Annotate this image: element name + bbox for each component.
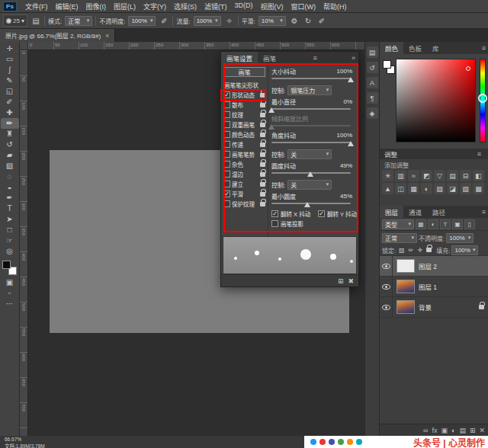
min-roundness-slider[interactable] — [271, 200, 351, 208]
smoothing-select[interactable]: 10% ▾ — [258, 16, 286, 26]
layer-filter-select[interactable]: 类型 ▾ — [382, 219, 414, 229]
layer-opacity-select[interactable]: 100% ▾ — [446, 233, 474, 243]
lock-icon[interactable] — [260, 192, 265, 197]
layer-row-2[interactable]: 背景 — [380, 297, 488, 318]
vibrance-icon[interactable]: ▽ — [434, 170, 445, 181]
lasso-tool[interactable]: ∫ — [1, 65, 19, 75]
lock-icon[interactable] — [260, 162, 265, 167]
move-tool[interactable]: ✛ — [1, 43, 19, 54]
lock-icon[interactable] — [260, 113, 265, 117]
color-lookup-icon[interactable]: ▦ — [408, 183, 419, 194]
opacity-select[interactable]: 100% ▾ — [128, 16, 156, 26]
tab-color-panel-2[interactable]: 库 — [427, 42, 445, 54]
menu-item-10[interactable]: 帮助(H) — [319, 2, 351, 11]
hue-slider-marker[interactable] — [478, 94, 487, 103]
roundness-jitter-slider[interactable] — [271, 170, 351, 178]
collapsed-properties-panel-icon[interactable]: ▤ — [367, 46, 378, 58]
lock-icon[interactable] — [260, 152, 265, 157]
levels-icon[interactable]: ▥ — [395, 170, 406, 181]
foreground-color-swatch[interactable] — [2, 261, 11, 269]
eyedropper-tool[interactable]: ✐ — [1, 97, 19, 107]
brush-projection-checkbox[interactable] — [271, 220, 278, 227]
visibility-toggle[interactable] — [380, 256, 393, 276]
visibility-toggle[interactable] — [380, 297, 393, 317]
curves-icon[interactable]: ≈ — [408, 170, 419, 181]
tab-brush-panel-1[interactable]: 画笔 — [258, 52, 281, 64]
hue-saturation-icon[interactable]: ▤ — [447, 170, 458, 181]
menu-item-8[interactable]: 视图(V) — [257, 2, 287, 11]
type-tool[interactable]: T — [1, 203, 19, 214]
zoom-level[interactable]: 66.67% — [5, 437, 21, 442]
pressure-size-icon[interactable]: ✐ — [316, 17, 327, 25]
visibility-toggle[interactable] — [380, 277, 393, 296]
layer-fill-select[interactable]: 100% ▾ — [451, 245, 478, 255]
rectangle-tool[interactable]: □ — [1, 225, 19, 235]
brushes-button[interactable]: 画笔 — [223, 67, 265, 77]
checkbox-icon[interactable] — [223, 91, 230, 98]
zoom-tool[interactable]: ◎ — [1, 246, 19, 257]
airbrush-icon[interactable]: ✧ — [224, 17, 235, 25]
checkbox-icon[interactable] — [223, 131, 230, 138]
tab-layers-panel-2[interactable]: 路径 — [427, 206, 451, 218]
size-jitter-slider[interactable] — [271, 75, 351, 83]
lock-icon[interactable] — [260, 172, 265, 177]
rectangular-marquee-tool[interactable]: ▭ — [1, 54, 19, 65]
lock-icon[interactable] — [260, 142, 265, 147]
brush-option-8[interactable]: 湿边 — [222, 169, 267, 179]
layer-thumbnail[interactable] — [396, 259, 415, 273]
filter-adjustment-layers-icon[interactable]: ◐ — [428, 219, 438, 229]
smoothing-options-gear-icon[interactable]: ⚙ — [289, 17, 300, 25]
invert-icon[interactable]: ◐ — [421, 183, 432, 194]
brush-option-5[interactable]: 传递 — [222, 139, 267, 149]
lock-image-pixels-icon[interactable]: ✏ — [406, 247, 415, 254]
tab-layers-panel-0[interactable]: 图层 — [380, 206, 403, 218]
dodge-tool[interactable]: ◒ — [1, 182, 19, 193]
panel-menu-icon[interactable]: ≡ — [313, 54, 316, 62]
lock-icon[interactable] — [260, 93, 265, 98]
delete-brush-icon[interactable]: ✖ — [348, 277, 354, 285]
layer-thumbnail[interactable] — [396, 280, 415, 293]
channel-mixer-icon[interactable]: ◫ — [395, 183, 406, 194]
collapsed-history-panel-icon[interactable]: ↺ — [367, 62, 378, 73]
new-layer-icon[interactable]: ⊞ — [470, 427, 476, 434]
quick-selection-tool[interactable]: ✎ — [1, 75, 19, 86]
filter-pixel-layers-icon[interactable]: ▦ — [416, 219, 426, 229]
foreground-color-swatch-small[interactable] — [383, 60, 391, 69]
color-field-marker[interactable] — [466, 66, 470, 71]
lock-icon[interactable] — [260, 123, 265, 127]
flip-x-checkbox[interactable] — [271, 210, 278, 217]
lock-all-icon[interactable] — [426, 248, 432, 252]
tab-brush-panel-0[interactable]: 画笔设置 — [221, 52, 258, 64]
black-white-icon[interactable]: ◧ — [473, 170, 484, 181]
brush-tool[interactable]: ✏ — [1, 118, 19, 129]
checkbox-icon[interactable] — [223, 181, 230, 187]
adjustment-layer-icon[interactable]: ◐ — [451, 427, 455, 434]
menu-item-2[interactable]: 图像(I) — [82, 2, 111, 11]
brush-option-9[interactable]: 建立 — [222, 179, 267, 189]
posterize-icon[interactable]: ▨ — [434, 183, 445, 194]
menu-item-1[interactable]: 编辑(E) — [52, 2, 82, 11]
crop-tool[interactable]: ◱ — [1, 86, 19, 97]
angle-control-select[interactable]: 关 ▾ — [287, 149, 332, 159]
delete-layer-icon[interactable]: ✕ — [479, 427, 485, 434]
angle-jitter-slider[interactable] — [271, 139, 351, 147]
brush-option-3[interactable]: 双重画笔 — [222, 120, 267, 130]
layer-row-0[interactable]: 图层 2 — [380, 256, 488, 277]
checkbox-icon[interactable] — [223, 161, 230, 168]
document-tab[interactable]: 原片.jpg @ 66.7%(图层 2, RGB/8#) × — [0, 29, 115, 42]
threshold-icon[interactable]: ◪ — [447, 183, 458, 194]
menu-item-7[interactable]: 3D(D) — [231, 2, 257, 11]
exposure-icon[interactable]: ◩ — [421, 170, 432, 181]
saturation-brightness-field[interactable] — [396, 59, 476, 142]
checkbox-icon[interactable] — [223, 111, 230, 118]
layer-group-icon[interactable]: ▤ — [459, 427, 466, 434]
menu-item-4[interactable]: 文字(Y) — [140, 2, 170, 11]
filter-smart-objects-icon[interactable]: ▯ — [464, 219, 475, 229]
menu-item-9[interactable]: 窗口(W) — [287, 2, 320, 11]
brush-preset-picker[interactable]: 25 ▾ — [3, 14, 27, 27]
min-diameter-slider[interactable] — [271, 106, 351, 114]
tab-color-panel-0[interactable]: 颜色 — [380, 42, 403, 54]
brush-option-1[interactable]: 散布 — [222, 100, 267, 110]
lock-icon[interactable] — [260, 182, 265, 187]
link-layers-icon[interactable]: ∞ — [423, 427, 428, 434]
